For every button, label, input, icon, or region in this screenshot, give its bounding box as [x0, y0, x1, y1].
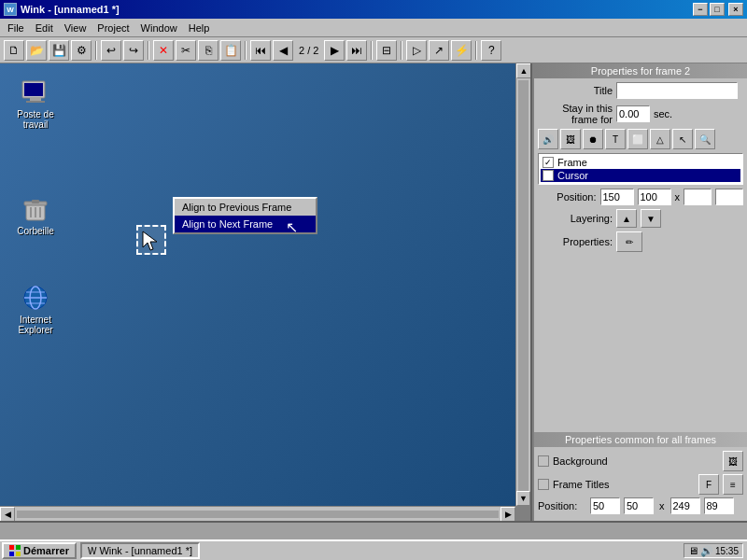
menu-window[interactable]: Window — [135, 21, 183, 35]
canvas-scrollbar-v[interactable]: ▲ ▼ — [515, 63, 530, 506]
menu-help[interactable]: Help — [183, 21, 216, 35]
frame-titles-row: Frame Titles F ≡ — [538, 474, 743, 495]
save-button[interactable]: 💾 — [49, 40, 69, 61]
button-button[interactable]: ⬜ — [627, 129, 648, 149]
paste-button[interactable]: 📋 — [220, 40, 241, 61]
font-button[interactable]: F — [698, 474, 719, 495]
frame-checkbox[interactable] — [543, 157, 554, 168]
frame-check-row[interactable]: Frame — [541, 156, 740, 169]
edit-properties-button[interactable]: ✏ — [616, 231, 642, 252]
desktop-icon-ie: Internet Explorer — [7, 283, 63, 335]
canvas-scrollbar-h[interactable]: ◀ ▶ — [0, 506, 515, 521]
position-row: Position: x — [538, 189, 743, 205]
common-pos-w[interactable] — [670, 497, 700, 514]
next-frame-button[interactable]: ▶ — [324, 40, 345, 61]
layer-up-button[interactable]: ▲ — [616, 209, 637, 228]
svg-rect-2 — [30, 98, 41, 101]
properties-body: Title Stay in this frame for sec. 🔊 🖼 ⏺ … — [534, 78, 747, 432]
shape-button[interactable]: △ — [650, 129, 670, 149]
export-button[interactable]: ↗ — [429, 40, 449, 61]
scroll-h-track[interactable] — [17, 511, 499, 518]
frame-info: 2 / 2 — [295, 45, 322, 56]
common-pos-h[interactable] — [704, 497, 734, 514]
position-y-input[interactable] — [638, 189, 671, 205]
toolbar: 🗋 📂 💾 ⚙ ↩ ↪ ✕ ✂ ⎘ 📋 ⏮ ◀ 2 / 2 ▶ ⏭ ⊟ ▷ ↗ … — [0, 37, 747, 63]
background-label: Background — [553, 455, 719, 467]
settings-button[interactable]: ⚙ — [71, 40, 92, 61]
background-image-button[interactable]: 🖼 — [723, 451, 743, 471]
menu-project[interactable]: Project — [92, 21, 134, 35]
common-pos-x[interactable] — [590, 497, 620, 514]
record-button[interactable]: ⏺ — [583, 129, 603, 149]
stay-input[interactable] — [616, 105, 650, 122]
undo-button[interactable]: ↩ — [101, 40, 121, 61]
frame-titles-checkbox[interactable] — [538, 479, 549, 490]
last-frame-button[interactable]: ⏭ — [346, 40, 367, 61]
align-previous-frame-menu-item[interactable]: Align to Previous Frame — [175, 199, 316, 216]
scroll-up-button[interactable]: ▲ — [516, 63, 531, 78]
common-props-title: Properties common for all frames — [532, 432, 747, 447]
taskbar-app-button[interactable]: W Wink - [unnamed1 *] — [80, 542, 200, 559]
start-button[interactable]: Démarrer — [2, 542, 77, 559]
cut-button[interactable]: ✂ — [176, 40, 196, 61]
menu-bar: File Edit View Project Window Help — [0, 19, 747, 37]
position-x-input[interactable] — [600, 189, 634, 205]
taskbar-app-icon: W — [88, 546, 96, 556]
prev-frame-button[interactable]: ◀ — [273, 40, 293, 61]
common-pos-x-label: x — [659, 500, 665, 511]
sep1 — [95, 41, 97, 60]
scroll-left-button[interactable]: ◀ — [0, 507, 15, 522]
position-y2-input[interactable] — [715, 189, 743, 205]
background-checkbox[interactable] — [538, 455, 549, 467]
timeline-button[interactable]: ⊟ — [376, 40, 397, 61]
common-pos-y[interactable] — [624, 497, 654, 514]
svg-rect-24 — [16, 552, 21, 556]
scroll-right-button[interactable]: ▶ — [500, 507, 515, 522]
image-button[interactable]: 🖼 — [560, 129, 581, 149]
cursor-check-label: Cursor — [557, 170, 588, 181]
ie-icon — [21, 283, 50, 313]
flash-button[interactable]: ⚡ — [451, 40, 472, 61]
audio-button[interactable]: 🔊 — [538, 129, 558, 149]
first-frame-button[interactable]: ⏮ — [250, 40, 271, 61]
new-button[interactable]: 🗋 — [4, 40, 24, 61]
start-label: Démarrer — [23, 545, 69, 556]
desktop-icon-corbeille: Corbeille — [7, 194, 63, 236]
cursor-button[interactable]: ↖ — [672, 129, 693, 149]
scroll-down-button[interactable]: ▼ — [516, 491, 530, 506]
zoom-button[interactable]: 🔍 — [695, 129, 715, 149]
redo-button[interactable]: ↪ — [123, 40, 144, 61]
maximize-button[interactable]: □ — [710, 3, 725, 16]
app-icon: W — [4, 3, 17, 16]
canvas-area[interactable]: Poste de travail Corbeille — [0, 63, 532, 521]
menu-file[interactable]: File — [2, 21, 30, 35]
text-button[interactable]: T — [605, 129, 626, 149]
poste-icon — [21, 77, 50, 107]
cursor-checkbox[interactable] — [543, 170, 554, 181]
menu-edit[interactable]: Edit — [30, 21, 59, 35]
position-x2-input[interactable] — [684, 189, 712, 205]
align-button[interactable]: ≡ — [723, 474, 743, 495]
stay-row: Stay in this frame for sec. — [538, 103, 743, 125]
layer-down-button[interactable]: ▼ — [641, 209, 661, 228]
frame-check-label: Frame — [557, 157, 587, 168]
svg-rect-21 — [9, 545, 14, 550]
svg-rect-6 — [32, 200, 39, 203]
play-button[interactable]: ▷ — [406, 40, 427, 61]
open-button[interactable]: 📂 — [26, 40, 47, 61]
close-button[interactable]: × — [728, 3, 743, 16]
cursor-check-row[interactable]: Cursor — [541, 169, 740, 182]
ie-label: Internet Explorer — [7, 315, 63, 335]
common-position-row: Position: x — [538, 497, 743, 514]
properties-title: Properties for frame 2 — [534, 63, 747, 78]
title-label: Title — [538, 85, 613, 96]
minimize-button[interactable]: − — [693, 3, 708, 16]
help-button[interactable]: ? — [481, 40, 501, 61]
menu-view[interactable]: View — [59, 21, 92, 35]
title-input[interactable] — [616, 82, 738, 99]
tray-time: 15:35 — [715, 546, 739, 556]
taskbar: Démarrer W Wink - [unnamed1 *] 🖥 🔊 15:35 — [0, 539, 747, 560]
position-label: Position: — [538, 191, 597, 203]
copy-button[interactable]: ⎘ — [198, 40, 218, 61]
delete-button[interactable]: ✕ — [153, 40, 174, 61]
